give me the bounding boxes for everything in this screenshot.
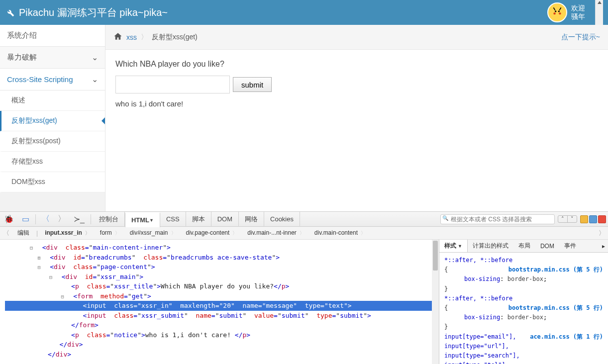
css-source-link[interactable]: bootstrap.min.css (第 5 行) <box>508 265 603 274</box>
twisty-icon[interactable]: ⊞ <box>36 254 42 262</box>
svg-point-2 <box>558 10 560 12</box>
user-block[interactable]: 欢迎 骚年 <box>537 2 595 22</box>
svg-point-1 <box>555 10 556 12</box>
tab-css[interactable]: CSS <box>160 212 186 227</box>
html-scrollbar[interactable] <box>432 240 439 364</box>
home-icon[interactable] <box>113 32 122 42</box>
side-tab-layout[interactable]: 布局 <box>513 240 535 252</box>
bc-pagecontent[interactable]: div.page-content <box>181 227 243 239</box>
devtools-search-input[interactable] <box>440 214 555 224</box>
search-prev-icon[interactable]: ˄ <box>558 216 567 222</box>
sidebar-item-brute[interactable]: 暴力破解 ⌄ <box>0 47 105 69</box>
twisty-icon[interactable]: ⊟ <box>60 293 66 300</box>
tab-console[interactable]: 控制台 <box>93 212 125 227</box>
edit-label[interactable]: 编辑 <box>12 229 34 237</box>
breadcrumb-current: 反射型xss(get) <box>152 33 198 42</box>
notice-text: who is 1,i don't care! <box>115 99 598 108</box>
devtools: 🐞 ▭ 〈 〉 ≻_ 控制台 HTML ▼ CSS 脚本 DOM 网络 Cook… <box>0 211 608 364</box>
submit-button[interactable]: submit <box>233 77 272 92</box>
bc-xssrmain[interactable]: div#xssr_main <box>125 227 181 239</box>
chevron-down-icon: ⌄ <box>92 53 98 62</box>
app-header: Pikachu 漏洞练习平台 pika~pika~ 欢迎 骚年 <box>0 0 608 25</box>
sidebar-sub-overview[interactable]: 概述 <box>0 91 105 111</box>
sidebar-sub-xss-get[interactable]: 反射型xss(get) <box>0 111 105 131</box>
message-input[interactable] <box>115 76 230 93</box>
console-toggle-icon[interactable]: ≻_ <box>70 212 89 227</box>
breadcrumb-forward-icon[interactable]: 〉 <box>599 229 605 238</box>
scroll-up-arrow[interactable] <box>598 1 602 4</box>
page-title: Which NBA player do you like? <box>115 60 598 69</box>
devtools-search[interactable] <box>440 214 555 224</box>
bc-input[interactable]: input.xssr_in <box>40 227 95 239</box>
svg-point-0 <box>552 7 563 18</box>
sidebar-sub-stored-xss[interactable]: 存储型xss <box>0 152 105 172</box>
bc-maincontent[interactable]: div.main-content <box>309 227 371 239</box>
firebug-icon[interactable]: 🐞 <box>0 212 18 227</box>
twisty-icon[interactable]: ⊟ <box>28 244 34 252</box>
twisty-icon[interactable]: ⊟ <box>48 273 54 281</box>
bc-form[interactable]: form <box>95 227 125 239</box>
app-title: Pikachu 漏洞练习平台 pika~pika~ <box>5 6 168 19</box>
sidebar-item-intro[interactable]: 系统介绍 <box>0 25 105 47</box>
welcome-text: 欢迎 骚年 <box>571 4 585 21</box>
tab-net[interactable]: 网络 <box>239 212 264 227</box>
tab-dom[interactable]: DOM <box>211 212 239 227</box>
tab-script[interactable]: 脚本 <box>186 212 211 227</box>
popout-button[interactable] <box>589 215 597 223</box>
svg-point-4 <box>559 12 561 14</box>
css-source-link[interactable]: ace.min.css (第 1 行) <box>530 332 603 342</box>
side-tab-events[interactable]: 事件 <box>559 240 581 252</box>
side-tab-styles[interactable]: 样式▼ <box>439 240 468 252</box>
page-scrollbar[interactable] <box>595 0 603 25</box>
dropdown-icon: ▼ <box>458 244 462 249</box>
wrench-icon <box>5 7 15 17</box>
nav-back-icon[interactable]: 〈 <box>38 212 54 227</box>
devtools-breadcrumb: 〈 编辑 | input.xssr_in form div#xssr_main … <box>0 227 608 240</box>
dropdown-icon: ▼ <box>149 218 154 223</box>
hint-link[interactable]: 点一下提示~ <box>561 33 600 42</box>
sidebar: 系统介绍 暴力破解 ⌄ Cross-Site Scripting ⌄ 概述 反射… <box>0 25 105 211</box>
sidebar-item-xss[interactable]: Cross-Site Scripting ⌄ <box>0 69 105 91</box>
styles-panel: 样式▼ 计算出的样式 布局 DOM 事件 ▸ *::after, *::befo… <box>439 240 608 364</box>
side-tab-computed[interactable]: 计算出的样式 <box>468 240 513 252</box>
search-nav-group[interactable]: ˄˅ <box>558 215 577 223</box>
chevron-down-icon: ⌄ <box>92 75 98 84</box>
breadcrumb-back-icon[interactable]: 〈 <box>3 229 9 238</box>
devtools-toolbar: 🐞 ▭ 〈 〉 ≻_ 控制台 HTML ▼ CSS 脚本 DOM 网络 Cook… <box>0 212 608 227</box>
tab-cookies[interactable]: Cookies <box>264 212 300 227</box>
breadcrumb-link-xss[interactable]: xss <box>126 33 137 41</box>
html-source-panel[interactable]: ⊟ <div class="main-content-inner"> ⊞ <di… <box>0 240 439 364</box>
inspector-icon[interactable]: ▭ <box>18 212 33 227</box>
avatar <box>547 2 567 22</box>
svg-point-3 <box>553 12 555 14</box>
twisty-icon[interactable]: ⊟ <box>36 264 42 271</box>
tab-html[interactable]: HTML ▼ <box>125 212 160 227</box>
close-button[interactable] <box>598 215 606 223</box>
breadcrumb: xss 〉 反射型xss(get) 点一下提示~ <box>105 25 608 50</box>
minimize-button[interactable] <box>580 215 588 223</box>
side-tab-more-icon[interactable]: ▸ <box>599 240 608 252</box>
search-next-icon[interactable]: ˅ <box>567 216 577 222</box>
breadcrumb-separator: 〉 <box>141 33 148 42</box>
side-tab-dom[interactable]: DOM <box>535 240 559 252</box>
nav-forward-icon[interactable]: 〉 <box>54 212 70 227</box>
bc-inner[interactable]: div.main-...nt-inner <box>242 227 309 239</box>
css-source-link[interactable]: bootstrap.min.css (第 5 行) <box>508 303 603 313</box>
sidebar-sub-dom-xss[interactable]: DOM型xss <box>0 172 105 192</box>
sidebar-sub-xss-post[interactable]: 反射型xss(post) <box>0 131 105 152</box>
